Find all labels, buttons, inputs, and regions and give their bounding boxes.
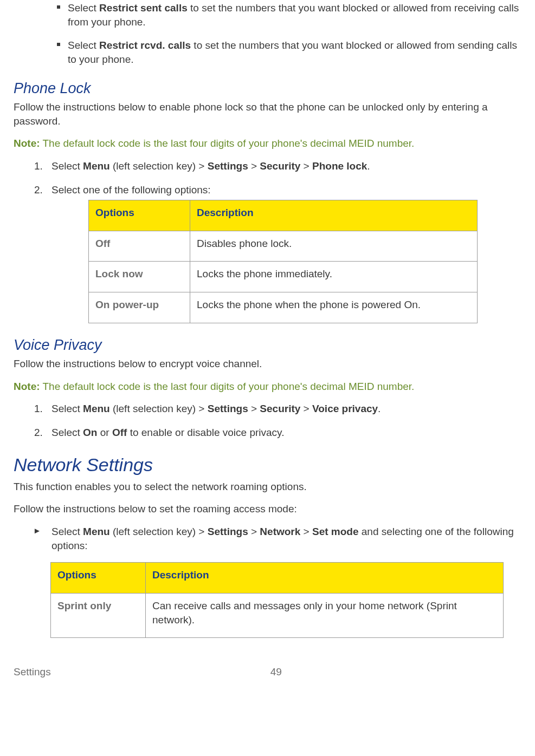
footer-spacer	[51, 665, 270, 679]
table-row: Lock now Locks the phone immediately.	[89, 262, 478, 292]
text: >	[248, 403, 260, 414]
on-bold: On	[83, 427, 97, 438]
phone-lock-table: Options Description Off Disables phone l…	[88, 200, 478, 323]
page-footer: Settings 49	[14, 660, 521, 679]
network-table: Options Description Sprint only Can rece…	[50, 562, 504, 638]
phone-lock-note: Note: The default lock code is the last …	[14, 136, 521, 151]
table-header-options: Options	[51, 563, 146, 594]
text: .	[378, 403, 381, 414]
network-bold: Network	[260, 526, 300, 537]
text: Select	[51, 403, 83, 414]
description-cell: Locks the phone immediately.	[190, 262, 478, 292]
text: >	[248, 526, 260, 537]
voice-privacy-step-1: Select Menu (left selection key) > Setti…	[14, 402, 521, 416]
option-cell: Lock now	[89, 262, 190, 292]
voice-privacy-intro: Follow the instructions below to encrypt…	[14, 357, 521, 371]
table-row: Off Disables phone lock.	[89, 231, 478, 262]
text: Select	[68, 40, 99, 51]
text: Select	[68, 2, 99, 14]
network-settings-heading: Network Settings	[14, 453, 521, 478]
text: >	[300, 403, 312, 414]
note-text: The default lock code is the last four d…	[40, 138, 415, 149]
note-label: Note:	[14, 381, 40, 392]
text: Select	[51, 526, 83, 537]
phone-lock-step-2: Select one of the following options: Opt…	[14, 183, 521, 323]
text: >	[248, 160, 260, 172]
option-cell: On power-up	[89, 292, 190, 323]
settings-bold: Settings	[208, 160, 248, 172]
text: or	[97, 427, 112, 438]
voice-privacy-step-2: Select On or Off to enable or disable vo…	[14, 426, 521, 440]
voice-privacy-heading: Voice Privacy	[14, 335, 521, 355]
table-header-description: Description	[190, 200, 478, 231]
table-header-description: Description	[146, 563, 504, 594]
security-bold: Security	[260, 160, 300, 172]
restrict-rcvd-bold: Restrict rcvd. calls	[99, 40, 191, 51]
note-text: The default lock code is the last four d…	[40, 381, 415, 392]
description-cell: Can receive calls and messages only in y…	[146, 593, 504, 637]
menu-bold: Menu	[83, 403, 110, 414]
voiceprivacy-bold: Voice privacy	[312, 403, 378, 414]
table-row: On power-up Locks the phone when the pho…	[89, 292, 478, 323]
settings-bold: Settings	[208, 526, 248, 537]
table-header-options: Options	[89, 200, 190, 231]
network-intro-1: This function enables you to select the …	[14, 480, 521, 494]
text: (left selection key) >	[110, 526, 208, 537]
restrict-list: Select Restrict sent calls to set the nu…	[14, 1, 521, 67]
network-step: Select Menu (left selection key) > Setti…	[14, 525, 521, 552]
phone-lock-step-1: Select Menu (left selection key) > Setti…	[14, 159, 521, 173]
restrict-sent-bold: Restrict sent calls	[99, 2, 188, 14]
text: (left selection key) >	[110, 160, 208, 172]
text: to enable or disable voice privacy.	[127, 427, 284, 438]
phone-lock-intro: Follow the instructions below to enable …	[14, 100, 521, 128]
phone-lock-steps: Select Menu (left selection key) > Setti…	[14, 159, 521, 323]
voice-privacy-steps: Select Menu (left selection key) > Setti…	[14, 402, 521, 439]
menu-bold: Menu	[83, 526, 110, 537]
footer-page-number: 49	[270, 665, 282, 679]
off-bold: Off	[112, 427, 127, 438]
text: >	[300, 160, 312, 172]
phonelock-bold: Phone lock	[312, 160, 367, 172]
option-cell: Off	[89, 231, 190, 262]
security-bold: Security	[260, 403, 300, 414]
text: Select	[51, 160, 83, 172]
phone-lock-heading: Phone Lock	[14, 79, 521, 98]
description-cell: Disables phone lock.	[190, 231, 478, 262]
text: Select	[51, 427, 83, 438]
footer-section: Settings	[14, 665, 51, 679]
description-cell: Locks the phone when the phone is powere…	[190, 292, 478, 323]
settings-bold: Settings	[208, 403, 248, 414]
restrict-rcvd-item: Select Restrict rcvd. calls to set the n…	[14, 38, 521, 66]
restrict-sent-item: Select Restrict sent calls to set the nu…	[14, 1, 521, 29]
menu-bold: Menu	[83, 160, 110, 172]
network-step-list: Select Menu (left selection key) > Setti…	[14, 525, 521, 552]
text: >	[300, 526, 312, 537]
text: (left selection key) >	[110, 403, 208, 414]
note-label: Note:	[14, 138, 40, 149]
setmode-bold: Set mode	[312, 526, 359, 537]
network-intro-2: Follow the instructions below to set the…	[14, 502, 521, 516]
text: .	[367, 160, 370, 172]
text: Select one of the following options:	[51, 184, 211, 195]
voice-privacy-note: Note: The default lock code is the last …	[14, 380, 521, 394]
table-row: Sprint only Can receive calls and messag…	[51, 593, 504, 637]
option-cell: Sprint only	[51, 593, 146, 637]
